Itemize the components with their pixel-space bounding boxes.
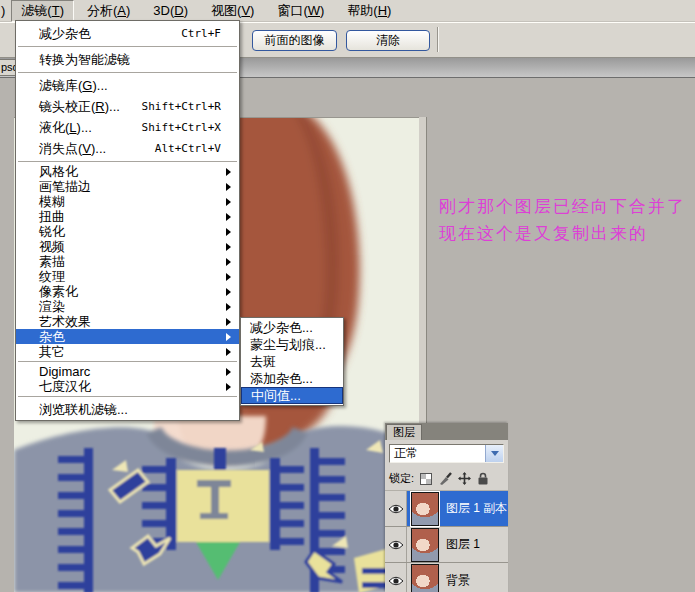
annotation-line-2: 现在这个是又复制出来的 xyxy=(439,220,686,247)
submenu-item-reduce-noise[interactable]: 减少杂色... xyxy=(241,319,343,336)
menubar-item-help[interactable]: 帮助(H) xyxy=(337,0,401,22)
layer-row-background[interactable]: 背景 xyxy=(385,563,508,592)
submenu-item-add-noise[interactable]: 添加杂色... xyxy=(241,370,343,387)
submenu-arrow-icon xyxy=(226,198,231,206)
layer-thumbnail[interactable] xyxy=(411,564,439,592)
menu-item-browse-filters-online[interactable]: 浏览联机滤镜... xyxy=(16,399,239,420)
menubar-item-filter[interactable]: 滤镜(T) xyxy=(11,0,74,22)
submenu-arrow-icon xyxy=(226,333,231,341)
layer-name: 背景 xyxy=(446,572,470,589)
menu-item-reduce-noise[interactable]: 减少杂色 Ctrl+F xyxy=(16,23,239,44)
submenu-arrow-icon xyxy=(226,273,231,281)
visibility-eye-icon[interactable] xyxy=(385,491,407,526)
annotation-text: 刚才那个图层已经向下合并了 现在这个是又复制出来的 xyxy=(439,193,686,247)
lock-label: 锁定: xyxy=(389,471,414,486)
lock-pixels-brush-icon[interactable] xyxy=(438,472,452,486)
submenu-arrow-icon xyxy=(226,383,231,391)
submenu-item-despeckle[interactable]: 去斑 xyxy=(241,353,343,370)
menubar-item-analysis[interactable]: 分析(A) xyxy=(77,0,140,22)
submenu-arrow-icon xyxy=(226,183,231,191)
blend-mode-value: 正常 xyxy=(390,445,485,462)
annotation-line-1: 刚才那个图层已经向下合并了 xyxy=(439,193,686,220)
menu-item-other[interactable]: 其它 xyxy=(16,344,239,359)
submenu-arrow-icon xyxy=(226,318,231,326)
submenu-arrow-icon xyxy=(226,348,231,356)
lock-position-move-icon[interactable] xyxy=(457,472,471,486)
submenu-arrow-icon xyxy=(226,288,231,296)
options-divider xyxy=(437,27,439,52)
menu-item-convert-smart-filters[interactable]: 转换为智能滤镜 xyxy=(16,49,239,70)
submenu-arrow-icon xyxy=(226,213,231,221)
filter-dropdown-menu: 减少杂色 Ctrl+F 转换为智能滤镜 滤镜库(G)... 镜头校正(R)...… xyxy=(15,20,240,421)
layer-name: 图层 1 xyxy=(446,536,480,553)
submenu-arrow-icon xyxy=(226,368,231,376)
chevron-down-icon[interactable] xyxy=(485,445,503,462)
lock-row: 锁定: xyxy=(385,467,508,491)
clear-button[interactable]: 清除 xyxy=(346,30,430,51)
submenu-item-dust-and-scratches[interactable]: 蒙尘与划痕... xyxy=(241,336,343,353)
layer-thumbnail[interactable] xyxy=(411,528,439,562)
menu-item-qidu-hanhua[interactable]: 七度汉化 xyxy=(16,379,239,394)
photoshop-window: 刚才那个图层已经向下合并了 现在这个是又复制出来的 ) 滤镜(T) 分析(A) … xyxy=(0,0,695,592)
blend-mode-select[interactable]: 正常 xyxy=(389,444,504,463)
submenu-item-median[interactable]: 中间值... xyxy=(241,387,343,404)
menubar-item-view[interactable]: 视图(V) xyxy=(201,0,264,22)
layer-row-copy[interactable]: 图层 1 副本 xyxy=(385,491,508,527)
blend-mode-row: 正常 xyxy=(385,440,508,467)
menu-item-vanishing-point[interactable]: 消失点(V)... Alt+Ctrl+V xyxy=(16,138,239,159)
layer-name: 图层 1 副本 xyxy=(446,500,507,517)
menu-item-lens-correction[interactable]: 镜头校正(R)... Shift+Ctrl+R xyxy=(16,96,239,117)
layers-tab[interactable]: 图层 xyxy=(386,424,422,440)
menubar-item-3d[interactable]: 3D(D) xyxy=(143,1,198,20)
visibility-eye-icon[interactable] xyxy=(385,563,407,592)
menubar-item-window[interactable]: 窗口(W) xyxy=(267,0,334,22)
submenu-arrow-icon xyxy=(226,243,231,251)
layers-panel-tab-bar: 图层 xyxy=(385,423,508,440)
submenu-arrow-icon xyxy=(226,303,231,311)
submenu-arrow-icon xyxy=(226,228,231,236)
menu-item-filter-gallery[interactable]: 滤镜库(G)... xyxy=(16,75,239,96)
clipped-menu-fragment: ) xyxy=(0,1,11,20)
menu-item-liquify[interactable]: 液化(L)... Shift+Ctrl+X xyxy=(16,117,239,138)
front-image-button[interactable]: 前面的图像 xyxy=(252,30,337,51)
submenu-arrow-icon xyxy=(226,168,231,176)
submenu-arrow-icon xyxy=(226,258,231,266)
layer-row-1[interactable]: 图层 1 xyxy=(385,527,508,563)
layers-panel: 图层 正常 锁定: xyxy=(385,423,508,592)
lock-transparency-icon[interactable] xyxy=(419,472,433,486)
noise-submenu: 减少杂色... 蒙尘与划痕... 去斑 添加杂色... 中间值... xyxy=(240,317,344,406)
visibility-eye-icon[interactable] xyxy=(385,527,407,562)
lock-all-padlock-icon[interactable] xyxy=(476,472,490,486)
menu-bar: ) 滤镜(T) 分析(A) 3D(D) 视图(V) 窗口(W) 帮助(H) xyxy=(0,0,695,22)
layer-thumbnail[interactable] xyxy=(411,492,439,526)
